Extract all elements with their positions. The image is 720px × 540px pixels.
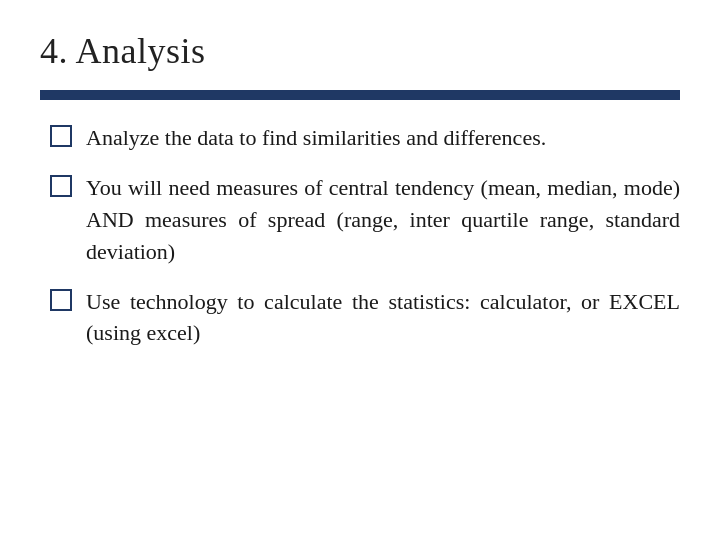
bullet-item-2: You will need measures of central tenden… <box>50 172 680 268</box>
bullet-text-3: Use technology to calculate the statisti… <box>86 286 680 350</box>
bullet-item-1: Analyze the data to find similarities an… <box>50 122 680 154</box>
bullet-icon-3 <box>50 289 72 311</box>
bullet-item-3: Use technology to calculate the statisti… <box>50 286 680 350</box>
accent-bar <box>40 90 680 100</box>
slide-title: 4. Analysis <box>40 30 680 72</box>
bullet-text-1: Analyze the data to find similarities an… <box>86 122 680 154</box>
slide: 4. Analysis Analyze the data to find sim… <box>0 0 720 540</box>
bullet-icon-1 <box>50 125 72 147</box>
bullet-text-2: You will need measures of central tenden… <box>86 172 680 268</box>
title-area: 4. Analysis <box>40 30 680 72</box>
content-area: Analyze the data to find similarities an… <box>40 122 680 349</box>
bullet-icon-2 <box>50 175 72 197</box>
